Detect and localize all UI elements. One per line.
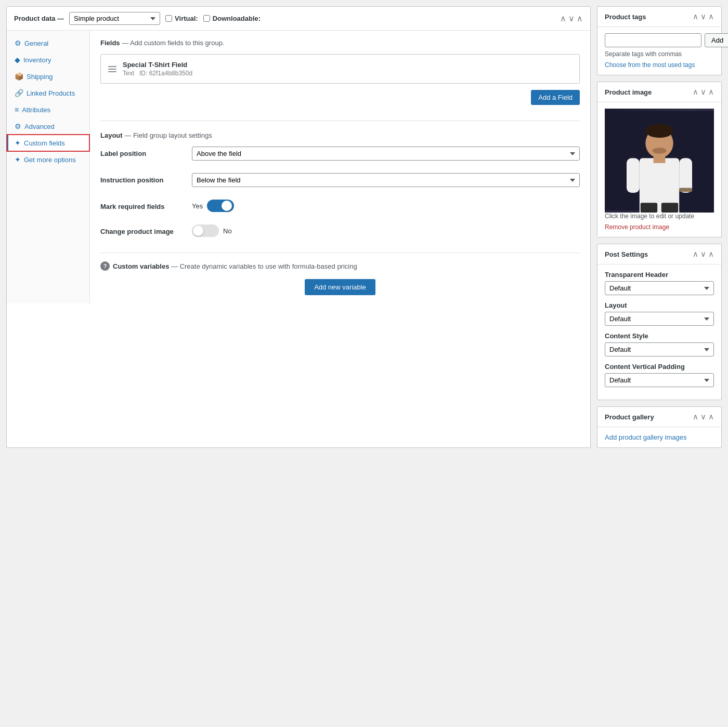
content-style-select[interactable]: DefaultBoxedWide	[605, 342, 714, 356]
advanced-icon: ⚙	[15, 122, 21, 130]
tag-input[interactable]	[605, 33, 701, 47]
custom-variables-subtitle: — Create dynamic variables to use with f…	[171, 262, 357, 270]
product-data-header: Product data — Simple product Variable p…	[7, 7, 590, 31]
change-product-image-off-label: No	[223, 227, 232, 235]
sidebar-label-custom-fields: Custom fields	[24, 139, 65, 147]
field-meta: Text ID: 62f1a4b8b350d	[123, 70, 192, 77]
arrow-down-icon[interactable]: ∨	[568, 15, 575, 23]
add-variable-button[interactable]: Add new variable	[305, 279, 375, 295]
toggle-knob-2	[193, 226, 203, 236]
layout-section: Layout — Field group layout settings Lab…	[100, 131, 580, 237]
add-field-button[interactable]: Add a Field	[531, 90, 580, 105]
change-product-image-toggle[interactable]	[192, 224, 219, 237]
sidebar-item-shipping[interactable]: 📦 Shipping	[7, 68, 89, 85]
inventory-icon: ◆	[15, 56, 20, 64]
product-image-body: Click the image to edit or update Remove…	[597, 102, 721, 237]
svg-rect-8	[641, 203, 657, 213]
post-settings-arrow-up[interactable]: ∧	[693, 249, 698, 259]
mark-required-row: Mark required fields Yes	[100, 200, 580, 212]
svg-rect-10	[679, 188, 692, 192]
image-arrow-up[interactable]: ∧	[693, 87, 698, 97]
transparent-header-label: Transparent Header	[605, 271, 714, 279]
fields-title: Fields	[100, 39, 120, 47]
sidebar-item-general[interactable]: ⚙ General	[7, 35, 89, 51]
transparent-header-row: Transparent Header DefaultYesNo	[605, 271, 714, 295]
custom-variables-header: ? Custom variables — Create dynamic vari…	[100, 261, 580, 271]
content-padding-label: Content Vertical Padding	[605, 363, 714, 371]
virtual-checkbox[interactable]	[165, 15, 172, 22]
post-settings-body: Transparent Header DefaultYesNo Layout D…	[597, 265, 721, 400]
product-image-display[interactable]	[605, 109, 714, 213]
post-settings-arrow-down[interactable]: ∨	[700, 249, 706, 259]
instruction-position-select[interactable]: Below the field Above the field	[192, 173, 580, 187]
content-style-label: Content Style	[605, 332, 714, 340]
image-collapse[interactable]: ∧	[708, 87, 714, 97]
product-tags-body: Add Separate tags with commas Choose fro…	[597, 27, 721, 75]
add-tag-button[interactable]: Add	[705, 33, 728, 47]
drag-handle[interactable]	[108, 66, 116, 72]
add-gallery-images-link[interactable]: Add product gallery images	[605, 433, 687, 441]
choose-tags-link[interactable]: Choose from the most used tags	[605, 61, 695, 69]
label-position-control: Above the field Below the field Left of …	[192, 147, 580, 161]
gallery-collapse[interactable]: ∧	[708, 412, 714, 421]
fields-subtitle: — Add custom fields to this group.	[122, 39, 224, 47]
field-name: Special T-Shirt Field	[123, 61, 192, 69]
layout-select[interactable]: DefaultFullwidthSidebar	[605, 312, 714, 326]
sidebar-item-get-more-options[interactable]: ✦ Get more options	[7, 151, 89, 168]
product-gallery-title: Product gallery	[605, 413, 654, 421]
instruction-position-control: Below the field Above the field	[192, 173, 580, 187]
tag-hint: Separate tags with commas	[605, 50, 714, 58]
product-image-title: Product image	[605, 88, 652, 96]
help-icon[interactable]: ?	[100, 261, 110, 271]
change-product-image-label: Change product image	[100, 224, 184, 235]
tags-arrow-down[interactable]: ∨	[700, 12, 706, 21]
mark-required-on-label: Yes	[192, 202, 203, 210]
svg-point-4	[645, 124, 673, 138]
layout-title: Layout	[100, 131, 123, 139]
image-edit-hint: Click the image to edit or update	[605, 213, 714, 220]
sidebar-label-shipping: Shipping	[27, 73, 53, 81]
svg-rect-7	[679, 158, 692, 193]
custom-fields-icon: ✦	[15, 139, 21, 147]
tag-input-row: Add	[605, 33, 714, 47]
field-info: Special T-Shirt Field Text ID: 62f1a4b8b…	[123, 61, 192, 77]
sidebar-item-inventory[interactable]: ◆ Inventory	[7, 51, 89, 68]
downloadable-label: Downloadable:	[213, 15, 261, 22]
sidebar-item-linked-products[interactable]: 🔗 Linked Products	[7, 85, 89, 101]
clearfix: Add a Field	[100, 90, 580, 112]
sidebar-item-custom-fields[interactable]: ✦ Custom fields	[7, 135, 89, 151]
product-data-nav: ⚙ General ◆ Inventory 📦 Shipping 🔗 Linke…	[7, 31, 90, 303]
custom-variables-section: ? Custom variables — Create dynamic vari…	[100, 253, 580, 295]
virtual-checkbox-group: Virtual:	[165, 15, 198, 22]
post-settings-arrows: ∧ ∨ ∧	[693, 249, 714, 259]
remove-product-image-link[interactable]: Remove product image	[605, 223, 669, 231]
layout-section-header: Layout — Field group layout settings	[100, 131, 580, 139]
gallery-arrow-up[interactable]: ∧	[693, 412, 698, 421]
post-settings-widget: Post Settings ∧ ∨ ∧ Transparent Header D…	[597, 244, 722, 400]
arrow-collapse-icon[interactable]: ∧	[577, 15, 583, 23]
transparent-header-select[interactable]: DefaultYesNo	[605, 281, 714, 295]
product-type-select[interactable]: Simple product Variable product Grouped …	[69, 12, 160, 25]
sidebar-label-get-more-options: Get more options	[24, 156, 76, 164]
label-position-label: Label position	[100, 147, 184, 157]
arrow-up-icon[interactable]: ∧	[560, 15, 566, 23]
tags-arrow-up[interactable]: ∧	[693, 12, 698, 21]
get-more-options-icon: ✦	[15, 155, 21, 164]
product-data-label: Product data —	[14, 15, 64, 22]
downloadable-checkbox[interactable]	[203, 15, 210, 22]
gallery-arrow-down[interactable]: ∨	[700, 412, 706, 421]
label-position-select[interactable]: Above the field Below the field Left of …	[192, 147, 580, 161]
image-arrow-down[interactable]: ∨	[700, 87, 706, 97]
sidebar-label-linked-products: Linked Products	[27, 89, 75, 97]
virtual-label: Virtual:	[175, 15, 198, 22]
field-item: Special T-Shirt Field Text ID: 62f1a4b8b…	[100, 54, 580, 84]
content-padding-select[interactable]: DefaultYesNo	[605, 373, 714, 387]
mark-required-toggle[interactable]	[207, 200, 234, 212]
product-gallery-arrows: ∧ ∨ ∧	[693, 412, 714, 421]
post-settings-collapse[interactable]: ∧	[708, 249, 714, 259]
sidebar-item-advanced[interactable]: ⚙ Advanced	[7, 118, 89, 135]
sidebar-item-attributes[interactable]: ≡ Attributes	[7, 101, 89, 118]
tags-collapse[interactable]: ∧	[708, 12, 714, 21]
product-image-widget: Product image ∧ ∨ ∧	[597, 82, 722, 237]
svg-point-5	[653, 148, 667, 153]
